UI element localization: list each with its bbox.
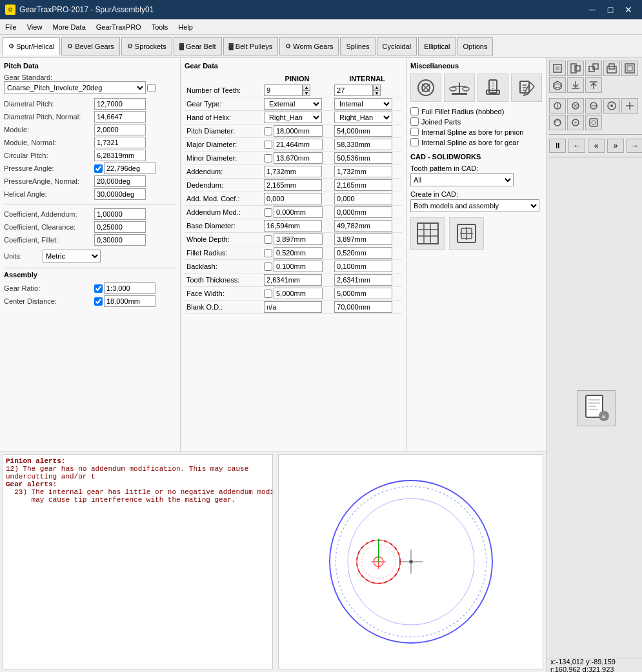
- helical-angle-input[interactable]: [94, 188, 146, 200]
- pitch-diam-pinion-cb[interactable]: [264, 127, 272, 135]
- window-controls[interactable]: ─ □ ✕: [584, 3, 637, 16]
- menu-more-data[interactable]: More Data: [47, 21, 90, 33]
- tab-belt-pulleys[interactable]: ▓ Belt Pulleys: [223, 37, 279, 55]
- internal-spline-gear-checkbox[interactable]: [410, 138, 419, 146]
- close-button[interactable]: ✕: [620, 3, 637, 16]
- circular-pitch-input[interactable]: [94, 150, 146, 161]
- internal-teeth-spinbox[interactable]: ▲ ▼: [373, 84, 381, 96]
- addendum-internal-input[interactable]: [334, 166, 392, 177]
- coeff-fillet-input[interactable]: [94, 234, 146, 246]
- right-btn-r8[interactable]: [585, 115, 602, 130]
- pinion-teeth-spinbox[interactable]: ▲ ▼: [303, 84, 310, 96]
- nav-pause-btn[interactable]: ⏸: [549, 139, 566, 153]
- right-btn-r3[interactable]: [585, 98, 602, 114]
- center-distance-input[interactable]: [104, 295, 155, 307]
- full-fillet-checkbox[interactable]: [410, 107, 419, 115]
- backlash-pinion-cb[interactable]: [264, 262, 272, 271]
- nav-right-fast-btn[interactable]: »: [607, 139, 624, 153]
- internal-teeth-up[interactable]: ▲: [373, 84, 381, 90]
- major-diam-pinion-input[interactable]: [274, 139, 323, 150]
- whole-depth-pinion-cb[interactable]: [264, 235, 272, 244]
- gear-standard-select[interactable]: Coarse_Pitch_Involute_20deg: [4, 81, 146, 94]
- internal-teeth-input[interactable]: [334, 84, 373, 96]
- menu-geartraxpro[interactable]: GearTraxPRO: [91, 21, 146, 33]
- pitch-diam-pinion-input[interactable]: [274, 125, 323, 137]
- joined-parts-checkbox[interactable]: [410, 117, 419, 126]
- right-btn-r7[interactable]: [567, 115, 584, 130]
- right-btn-5[interactable]: [621, 61, 638, 76]
- right-btn-r6[interactable]: [549, 115, 566, 130]
- tab-gear-belt[interactable]: ▓ Gear Belt: [174, 37, 222, 55]
- diametral-pitch-normal-input[interactable]: [94, 111, 146, 123]
- menu-help[interactable]: Help: [173, 21, 198, 33]
- dedendum-pinion-input[interactable]: [264, 179, 322, 191]
- backlash-pinion-input[interactable]: [274, 261, 323, 272]
- pinion-teeth-input[interactable]: [264, 84, 303, 96]
- misc-icon-scale[interactable]: [444, 74, 475, 102]
- tooth-thickness-pinion-input[interactable]: [264, 274, 322, 286]
- coeff-clearance-input[interactable]: [94, 221, 146, 233]
- minor-diam-internal-input[interactable]: [334, 152, 392, 164]
- face-width-pinion-cb[interactable]: [264, 290, 272, 298]
- menu-file[interactable]: File: [0, 21, 22, 33]
- gear-standard-checkbox[interactable]: [147, 84, 155, 92]
- whole-depth-pinion-input[interactable]: [274, 233, 323, 245]
- major-diam-pinion-cb[interactable]: [264, 141, 272, 149]
- coeff-addendum-input[interactable]: [94, 208, 146, 220]
- tab-options[interactable]: Options: [457, 37, 494, 55]
- internal-helix-select[interactable]: Right_Han: [334, 112, 392, 123]
- tab-elliptical[interactable]: Elliptical: [418, 37, 456, 55]
- pinion-teeth-up[interactable]: ▲: [303, 84, 310, 90]
- base-diam-internal-input[interactable]: [334, 220, 392, 232]
- misc-icon-edit[interactable]: [511, 74, 542, 102]
- minimize-button[interactable]: ─: [584, 3, 601, 16]
- right-btn-up[interactable]: [585, 77, 602, 93]
- face-width-internal-input[interactable]: [334, 288, 392, 299]
- right-btn-r1[interactable]: [549, 98, 566, 114]
- menu-view[interactable]: View: [22, 21, 48, 33]
- pressure-angle-input[interactable]: [104, 163, 155, 174]
- right-btn-export[interactable]: [567, 77, 584, 93]
- fillet-radius-internal-input[interactable]: [334, 247, 392, 259]
- maximize-button[interactable]: □: [602, 3, 619, 16]
- right-btn-4[interactable]: [603, 61, 620, 76]
- addendum-mod-internal-input[interactable]: [334, 206, 392, 218]
- base-diam-pinion-input[interactable]: [264, 220, 322, 232]
- right-btn-3d[interactable]: [549, 77, 566, 93]
- internal-gear-type-select[interactable]: Internal: [334, 98, 392, 110]
- major-diam-internal-input[interactable]: [334, 139, 392, 150]
- tab-worm-gears[interactable]: ⚙ Worm Gears: [279, 37, 339, 55]
- internal-spline-pinion-checkbox[interactable]: [410, 128, 419, 136]
- pinion-helix-select[interactable]: Right_Han: [264, 112, 322, 123]
- tab-splines[interactable]: Splines: [340, 37, 375, 55]
- right-btn-r2[interactable]: [567, 98, 584, 114]
- misc-icon-tool[interactable]: [477, 74, 508, 102]
- nav-left-fast-btn[interactable]: «: [588, 139, 605, 153]
- blank-od-pinion-input[interactable]: [264, 301, 322, 313]
- misc-icon-gear[interactable]: [410, 74, 441, 102]
- right-btn-r5[interactable]: [621, 98, 638, 114]
- backlash-internal-input[interactable]: [334, 261, 392, 272]
- create-in-cad-select[interactable]: Both models and assembly Models only Ass…: [410, 199, 539, 212]
- menu-tools[interactable]: Tools: [146, 21, 174, 33]
- internal-teeth-down[interactable]: ▼: [373, 90, 381, 96]
- pinion-gear-type-select[interactable]: External: [264, 98, 322, 110]
- minor-diam-pinion-cb[interactable]: [264, 154, 272, 163]
- cad-build-btn[interactable]: [449, 217, 484, 250]
- pinion-teeth-down[interactable]: ▼: [303, 90, 310, 96]
- face-width-pinion-input[interactable]: [274, 288, 323, 299]
- right-btn-r4[interactable]: [603, 98, 620, 114]
- addendum-mod-pinion-cb[interactable]: [264, 208, 272, 217]
- module-input[interactable]: [94, 124, 146, 135]
- right-btn-1[interactable]: [549, 61, 566, 76]
- whole-depth-internal-input[interactable]: [334, 233, 392, 245]
- gear-ratio-checkbox[interactable]: [94, 284, 103, 293]
- tooth-thickness-internal-input[interactable]: [334, 274, 392, 286]
- module-normal-input[interactable]: [94, 137, 146, 148]
- cad-table-btn[interactable]: [410, 217, 445, 250]
- nav-right-btn[interactable]: →: [627, 139, 642, 153]
- tab-cycloidal[interactable]: Cycloidal: [377, 37, 417, 55]
- center-distance-checkbox[interactable]: [94, 297, 103, 306]
- blank-od-internal-input[interactable]: [334, 301, 392, 313]
- addendum-pinion-input[interactable]: [264, 166, 322, 177]
